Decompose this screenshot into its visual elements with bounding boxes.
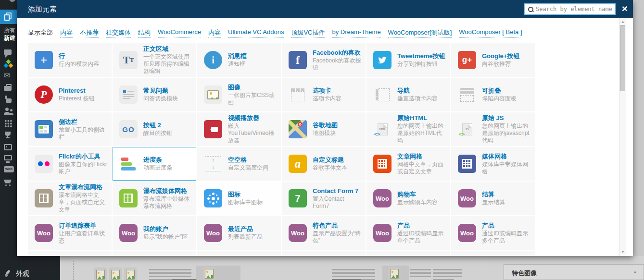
modal-header: 添加元素 × — [17, 0, 633, 18]
metabox-toggle-icon[interactable]: ▲ — [633, 269, 637, 274]
search-input[interactable] — [536, 6, 612, 12]
element-card[interactable]: 常见问题 问答切换模块 — [113, 78, 196, 111]
element-card[interactable]: 图像 一张图片加CSS动画 — [197, 78, 281, 111]
comment-icon — [4, 49, 12, 55]
sidebar-item[interactable] — [4, 84, 13, 93]
element-card[interactable]: JS 原始 JS 您的网页上输出的是原始的javascript代码 — [451, 112, 535, 146]
element-card[interactable]: 7 Contact Form 7 置入Contact Form7 — [282, 182, 366, 215]
element-card[interactable]: Woo 产品 通过ID或编码显示单个产品 — [366, 216, 450, 250]
element-card[interactable]: g+ Google+按钮 向谷歌推荐 — [451, 43, 535, 77]
element-desc: 瀑布流库中带媒体瀑布流网格 — [143, 195, 192, 210]
element-card[interactable]: Woo 购物车 显示购物车内容 — [366, 182, 450, 215]
element-card[interactable]: + 行 行内的模块内容 — [28, 43, 112, 77]
sidebar-subitem-add-new[interactable]: 新建 — [4, 34, 15, 42]
element-card[interactable] — [28, 251, 112, 256]
tab-show-all[interactable]: 显示全部 — [28, 28, 53, 38]
element-card[interactable]: a 自定义标题 谷歌字体文本 — [282, 147, 366, 181]
element-desc: 选项卡内容 — [313, 95, 341, 102]
element-card[interactable]: 进度条 动画进度条 — [113, 147, 196, 181]
element-card[interactable]: 媒体网格 媒体库中带媒体网格 — [451, 147, 535, 181]
sidebar-item[interactable]: WOO — [4, 166, 13, 176]
element-card[interactable] — [451, 251, 535, 256]
sidebar-item[interactable] — [4, 178, 13, 188]
sidebar-item[interactable] — [4, 60, 13, 70]
element-card[interactable]: 导航 垂直选项卡内容 — [366, 78, 450, 111]
sidebar-item[interactable] — [4, 119, 13, 129]
tab-filter[interactable]: 顶级VC插件 — [291, 28, 325, 38]
element-card[interactable]: Tweetmeme按钮 分享到推特按钮 — [366, 43, 450, 77]
sidebar-item[interactable] — [4, 143, 13, 152]
sidebar-item[interactable] — [4, 154, 13, 164]
element-title: Google+按钮 — [482, 52, 519, 60]
row-icon: + — [35, 51, 53, 69]
tab-filter[interactable]: 不推荐 — [80, 28, 99, 38]
tab-filter[interactable]: 内容 — [60, 28, 73, 38]
element-card[interactable]: 选项卡 选项卡内容 — [282, 78, 366, 111]
element-grid: + 行 行内的模块内容 TT 正文区域 一个正文区域使用所见即所得的编辑器编辑 … — [28, 43, 535, 256]
appearance-label: 外观 — [16, 269, 29, 278]
tab-filter[interactable]: Ultimate VC Addons — [228, 28, 284, 38]
element-card[interactable] — [113, 251, 196, 256]
element-card[interactable]: Woo 特色产品 显示产品设置为“特色” — [282, 216, 366, 250]
element-card[interactable]: Flickr的小工具 图像来自你的Flickr帐户 — [28, 147, 112, 181]
scroll-up-icon[interactable]: ▲ — [619, 20, 626, 24]
sidebar-item-appearance[interactable]: 外观 — [4, 269, 29, 278]
element-card[interactable]: i 消息框 通知框 — [197, 43, 281, 77]
modal-scrollbar[interactable]: ▲ ▼ — [619, 18, 626, 256]
sidebar-item[interactable] — [4, 48, 13, 58]
element-title: 最近产品 — [228, 225, 263, 233]
element-card[interactable]: GO 按钮 2 醒目的按钮 — [113, 112, 196, 146]
media-icon — [4, 144, 12, 150]
element-card[interactable]: 图标 图标库中图标 — [197, 182, 281, 215]
element-card[interactable] — [366, 251, 450, 256]
element-card[interactable]: 谷歌地图 地图模块 — [282, 112, 366, 146]
element-title: 文章瀑布流网格 — [59, 183, 108, 191]
element-card[interactable]: Woo 结算 显示结算 — [451, 182, 535, 215]
element-card[interactable]: Woo 订单追踪表单 让用户查看订单状态 — [28, 216, 112, 250]
sidebar-item-pages[interactable] — [0, 10, 17, 24]
sidebar-item[interactable]: ✉ — [4, 72, 13, 81]
tab-filter[interactable]: by Dream-Theme — [332, 28, 380, 38]
element-card[interactable]: f Facebook的喜欢 Facebook的喜欢按钮 — [282, 43, 366, 77]
element-card[interactable]: 侧边栏 放置小工具的侧边栏 — [28, 112, 112, 146]
element-desc: 列表最新产品 — [228, 233, 263, 241]
element-card[interactable]: 空空格 自定义高度空间 — [197, 147, 281, 181]
pinterest-icon: P — [35, 85, 53, 104]
element-desc: 媒体库中带媒体网格 — [482, 161, 531, 175]
element-card[interactable]: 视频播放器 嵌入YouTube/Vimeo播放器 — [197, 112, 281, 146]
sidebar-item[interactable] — [4, 107, 13, 117]
google-maps-icon — [289, 120, 307, 138]
element-desc: 您的网页上输出的是原始的HTML代码 — [397, 122, 446, 144]
tab-filter[interactable]: WooComposer [ Beta ] — [459, 28, 522, 38]
text-placeholder — [433, 269, 462, 280]
text-placeholder — [410, 269, 431, 277]
tab-filter[interactable]: 内容 — [208, 28, 221, 38]
element-title: 购物车 — [397, 191, 438, 198]
scroll-down-icon[interactable]: ▼ — [619, 250, 626, 254]
scrollbar-thumb[interactable] — [620, 25, 625, 91]
element-card[interactable] — [197, 251, 281, 256]
element-card[interactable]: 文章网格 网格中文章，页面或自定义文章 — [366, 147, 450, 181]
element-card[interactable]: Woo 我的账户 显示“我的帐户”区 — [113, 216, 196, 250]
sidebar-subitem-all-pages[interactable]: 所有 — [4, 26, 15, 35]
tab-filter[interactable]: 结构 — [138, 28, 151, 38]
tab-filter[interactable]: 社交媒体 — [106, 28, 131, 38]
sidebar-item[interactable] — [4, 95, 13, 105]
sidebar-item[interactable] — [4, 131, 13, 140]
element-card[interactable]: Woo 最近产品 列表最新产品 — [197, 216, 281, 250]
element-card[interactable]: Woo 产品 通过ID或编码显示多个产品 — [451, 216, 535, 250]
element-card[interactable]: 瀑布流媒体网格 瀑布流库中带媒体瀑布流网格 — [113, 182, 196, 215]
tab-filter[interactable]: WooCommerce — [158, 28, 201, 38]
element-card[interactable]: HTML 原始HTML 您的网页上输出的是原始的HTML代码 — [366, 112, 450, 146]
element-title: 可折叠 — [482, 87, 517, 95]
close-icon[interactable]: × — [622, 2, 628, 15]
element-card[interactable]: TT 正文区域 一个正文区域使用所见即所得的编辑器编辑 — [113, 43, 196, 77]
woocommerce-icon: Woo — [458, 189, 476, 207]
element-card[interactable]: 可折叠 塌陷内容面板 — [451, 78, 535, 111]
element-title: 常见问题 — [143, 87, 178, 95]
element-card[interactable]: 文章瀑布流网格 瀑布流网格中文章，页面或自定义文章 — [28, 182, 112, 215]
element-title: 自定义标题 — [313, 156, 347, 164]
tab-filter[interactable]: WooComposer[测试版] — [388, 28, 452, 38]
element-card[interactable] — [282, 251, 366, 256]
element-card[interactable]: P Pinterest Pinterest 按钮 — [28, 78, 112, 111]
